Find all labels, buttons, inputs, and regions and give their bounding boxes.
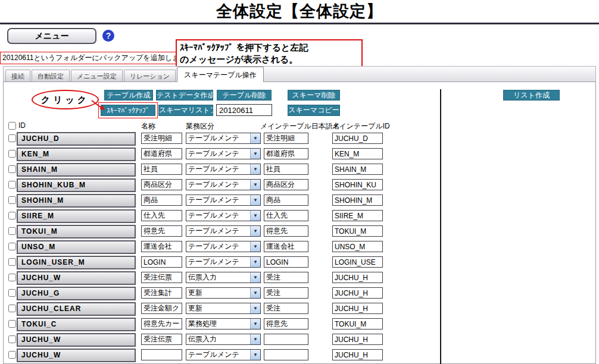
row-id-field[interactable]: SHOHIN_M [17,194,136,208]
row-checkbox[interactable] [8,335,16,343]
row-checkbox[interactable] [8,243,16,250]
row-id-field[interactable]: JUCHU_W [17,271,136,285]
row-jpname-input[interactable] [264,349,308,360]
row-checkbox[interactable] [8,274,16,281]
row-id-field[interactable]: TOKUI_C [17,318,136,331]
schema-restore-button[interactable]: スキーマリストア [158,105,213,116]
row-mainid-input[interactable] [332,272,383,283]
schema-copy-button[interactable]: スキーマコピー [288,105,340,116]
row-category-select[interactable]: テーブルメンテ ▼ [186,148,261,159]
row-id-field[interactable]: JUCHU_CLEAR [17,302,136,316]
row-category-select[interactable]: テーブルメンテ ▼ [186,179,261,190]
row-mainid-input[interactable] [332,318,383,330]
row-category-select[interactable]: 伝票入力 ▼ [186,272,261,283]
row-checkbox[interactable] [8,320,16,328]
row-jpname-input[interactable] [264,225,308,237]
row-checkbox[interactable] [8,196,16,204]
row-name-input[interactable] [141,256,182,268]
row-jpname-input[interactable] [264,303,308,314]
row-id-field[interactable]: SIIRE_M [17,209,136,223]
row-jpname-input[interactable] [264,256,308,268]
row-jpname-input[interactable] [264,287,308,299]
row-name-input[interactable] [141,303,182,314]
tab-menu-config[interactable]: メニュー設定 [71,70,123,81]
row-name-input[interactable] [141,164,182,175]
row-category-select[interactable]: テーブルメンテ ▼ [186,164,261,175]
row-category-select[interactable]: テーブルメンテ ▼ [186,225,261,237]
tab-relation[interactable]: リレーション [124,70,176,81]
row-name-input[interactable] [141,225,182,237]
row-id-field[interactable]: KEN_M [17,148,136,161]
row-mainid-input[interactable] [332,133,383,144]
backup-name-input[interactable] [216,104,272,116]
row-jpname-input[interactable] [264,148,308,159]
row-jpname-input[interactable] [264,334,308,345]
row-name-input[interactable] [141,241,182,252]
row-category-select[interactable]: 伝票入力 ▼ [186,334,261,345]
row-jpname-input[interactable] [264,179,308,190]
create-testdata-button[interactable]: テストデータ作成 [156,90,213,101]
tab-schema-table-ops[interactable]: スキーマテーブル操作 [177,67,264,82]
row-name-input[interactable] [141,318,182,330]
row-checkbox[interactable] [8,351,16,359]
row-id-field[interactable]: LOGIN_USER_M [17,256,136,269]
row-category-select[interactable]: 業務処理 ▼ [186,318,261,330]
row-category-select[interactable]: 更新 ▼ [186,303,261,314]
schema-backup-button[interactable]: ｽｷｰﾏﾊﾞｯｸｱｯﾌﾟ [101,105,155,116]
row-id-field[interactable]: JUCHU_W [17,349,136,362]
row-id-field[interactable]: JUCHU_G [17,287,136,300]
row-jpname-input[interactable] [264,318,308,330]
row-name-input[interactable] [141,179,182,190]
row-name-input[interactable] [141,272,182,283]
row-category-select[interactable]: テーブルメンテ ▼ [186,133,261,144]
row-name-input[interactable] [141,133,182,144]
row-name-input[interactable] [141,194,182,206]
create-list-button[interactable]: リスト作成 [503,90,560,101]
row-id-field[interactable]: TOKUI_M [17,225,136,239]
row-checkbox[interactable] [8,258,16,266]
row-category-select[interactable]: テーブルメンテ ▼ [186,210,261,221]
row-checkbox[interactable] [8,305,16,312]
row-jpname-input[interactable] [264,194,308,206]
row-category-select[interactable]: テーブルメンテ ▼ [186,241,261,252]
row-checkbox[interactable] [8,134,16,142]
row-mainid-input[interactable] [332,349,383,360]
row-id-field[interactable]: JUCHU_W [17,333,136,347]
select-all-checkbox[interactable] [8,122,16,130]
menu-button[interactable]: メニュー [7,28,96,44]
row-name-input[interactable] [141,334,182,345]
row-jpname-input[interactable] [264,164,308,175]
tab-connect[interactable]: 接続 [5,70,30,81]
row-id-field[interactable]: UNSO_M [17,240,136,254]
create-table-button[interactable]: テーブル作成 [104,90,153,101]
help-icon[interactable]: ? [102,30,114,42]
row-jpname-input[interactable] [264,272,308,283]
row-mainid-input[interactable] [332,164,383,175]
row-id-field[interactable]: SHOHIN_KUB_M [17,178,136,192]
delete-schema-button[interactable]: スキーマ削除 [288,90,340,101]
row-jpname-input[interactable] [264,133,308,144]
delete-table-button[interactable]: テーブル削除 [217,90,272,101]
row-mainid-input[interactable] [332,194,383,206]
row-category-select[interactable]: 更新 ▼ [186,287,261,299]
row-checkbox[interactable] [8,227,16,235]
row-checkbox[interactable] [8,150,16,158]
row-mainid-input[interactable] [332,179,383,190]
row-mainid-input[interactable] [332,148,383,159]
row-category-select[interactable]: テーブルメンテ ▼ [186,194,261,206]
row-mainid-input[interactable] [332,334,383,345]
row-checkbox[interactable] [8,181,16,189]
row-name-input[interactable] [141,148,182,159]
row-mainid-input[interactable] [332,256,383,268]
row-category-select[interactable]: テーブルメンテ ▼ [186,256,261,268]
row-id-field[interactable]: JUCHU_D [17,132,136,146]
row-mainid-input[interactable] [332,287,383,299]
row-jpname-input[interactable] [264,210,308,221]
row-name-input[interactable] [141,210,182,221]
row-name-input[interactable] [141,349,182,360]
row-checkbox[interactable] [8,289,16,297]
tab-auto-config[interactable]: 自動設定 [32,70,70,81]
row-category-select[interactable]: テーブルメンテ ▼ [186,349,261,360]
row-name-input[interactable] [141,287,182,299]
row-mainid-input[interactable] [332,225,383,237]
